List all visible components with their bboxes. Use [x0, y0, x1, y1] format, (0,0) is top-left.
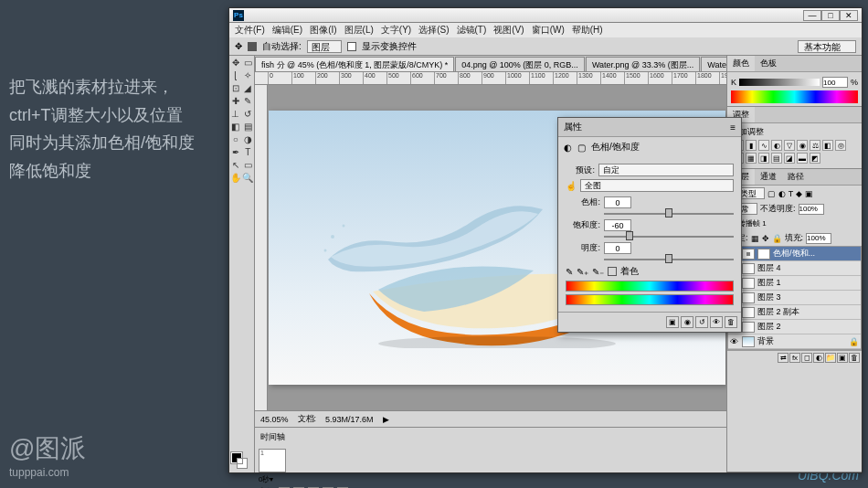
menu-filter[interactable]: 滤镜(T) — [457, 24, 487, 37]
tab-04png[interactable]: 04.png @ 100% (图层 0, RGB... — [455, 57, 585, 71]
menu-image[interactable]: 图像(I) — [310, 24, 336, 37]
lightness-slider[interactable] — [604, 259, 734, 260]
layer-3[interactable]: 👁图层 3 — [728, 291, 861, 305]
filter-type-icon[interactable]: T — [789, 189, 794, 198]
adj-exposure-icon[interactable]: ◐ — [771, 140, 782, 151]
mask-mode-icon[interactable]: ▢ — [577, 143, 586, 153]
adj-lookup-icon[interactable]: ▦ — [746, 153, 757, 164]
layer-fx-icon[interactable]: fx — [789, 353, 800, 363]
eraser-tool[interactable]: ◧ — [229, 120, 242, 133]
filter-smart-icon[interactable]: ▣ — [805, 189, 813, 198]
adj-levels-icon[interactable]: ▮ — [746, 140, 757, 151]
fill-input[interactable] — [806, 233, 831, 244]
hue-slider[interactable] — [604, 213, 734, 215]
visibility-icon[interactable]: 👁 — [730, 337, 739, 346]
lasso-tool[interactable]: ɭ — [229, 69, 242, 81]
menu-type[interactable]: 文字(Y) — [381, 24, 411, 37]
properties-panel[interactable]: 属性 ≡ ◐ ▢ 色相/饱和度 预设: 自定 ☝ 全图 色相: 饱和度: 明度: — [557, 117, 742, 333]
menu-view[interactable]: 视图(V) — [493, 24, 524, 37]
layer-background[interactable]: 👁背景🔒 — [728, 334, 861, 349]
prev-state-icon[interactable]: ◉ — [681, 316, 693, 328]
tab-channels[interactable]: 通道 — [755, 169, 782, 185]
lock-position-icon[interactable]: ✥ — [762, 234, 769, 243]
range-select[interactable]: 全图 — [580, 179, 734, 192]
adj-photo-icon[interactable]: ◎ — [835, 140, 846, 151]
minimize-button[interactable]: — — [803, 10, 821, 21]
frame-duration[interactable]: 0秒▾ — [259, 474, 723, 484]
adj-gradmap-icon[interactable]: ▬ — [797, 153, 808, 164]
clip-to-layer-icon[interactable]: ▣ — [666, 316, 679, 328]
filter-adj-icon[interactable]: ◐ — [778, 189, 786, 198]
menu-select[interactable]: 选择(S) — [418, 24, 449, 37]
lock-pixels-icon[interactable]: ▦ — [751, 234, 759, 243]
tab-color[interactable]: 颜色 — [727, 56, 755, 71]
zoom-level[interactable]: 45.05% — [260, 415, 289, 424]
color-swatches[interactable] — [229, 449, 254, 472]
saturation-input[interactable] — [604, 219, 631, 231]
preset-select[interactable]: 自定 — [598, 164, 734, 176]
menu-window[interactable]: 窗口(W) — [532, 24, 565, 37]
pen-tool[interactable]: ✒ — [229, 145, 242, 158]
adj-hue-icon[interactable]: ◉ — [797, 140, 808, 151]
properties-tab[interactable]: 属性 — [564, 121, 582, 133]
showcontrols-checkbox[interactable] — [347, 42, 356, 51]
eyedropper-plus-icon[interactable]: ✎₊ — [577, 267, 588, 277]
hue-input[interactable] — [604, 196, 631, 208]
wand-tool[interactable]: ✧ — [242, 69, 255, 81]
panel-menu-icon[interactable]: ≡ — [730, 122, 736, 133]
tab-water[interactable]: Water.png @ 33.3% (图层... — [586, 57, 700, 71]
reset-icon[interactable]: ↺ — [695, 316, 708, 328]
lightness-input[interactable] — [604, 242, 631, 254]
history-brush-tool[interactable]: ↺ — [242, 107, 255, 120]
menu-help[interactable]: 帮助(H) — [572, 24, 603, 37]
stamp-tool[interactable]: ⊥ — [229, 107, 242, 120]
new-adjust-icon[interactable]: ◐ — [813, 353, 824, 363]
zoom-tool[interactable]: 🔍 — [242, 171, 255, 184]
close-button[interactable]: ✕ — [840, 10, 858, 21]
menu-layer[interactable]: 图层(L) — [344, 24, 374, 37]
eyedropper-minus-icon[interactable]: ✎₋ — [592, 267, 604, 277]
lock-all-icon[interactable]: 🔒 — [772, 234, 782, 243]
opacity-input[interactable] — [799, 204, 824, 215]
hand-tool[interactable]: ✋ — [229, 171, 242, 184]
tab-paths[interactable]: 路径 — [782, 169, 810, 185]
targeted-adjust-icon[interactable]: ☝ — [566, 181, 577, 191]
layer-2[interactable]: 👁图层 2 — [728, 320, 861, 334]
heal-tool[interactable]: ✚ — [229, 94, 242, 107]
layer-1[interactable]: 👁图层 1 — [728, 276, 861, 291]
adj-bw-icon[interactable]: ◧ — [822, 140, 833, 151]
tab-fish[interactable]: fish 分 @ 45% (色相/饱和度 1, 图层蒙版/8/CMYK) * — [255, 57, 454, 71]
filter-img-icon[interactable]: ▢ — [767, 189, 776, 198]
delete-layer-icon[interactable]: 🗑 — [849, 353, 860, 363]
k-slider[interactable] — [739, 79, 820, 86]
adj-poster-icon[interactable]: ▤ — [771, 153, 782, 164]
layer-4[interactable]: 👁图层 4 — [728, 261, 861, 276]
tab-swatches[interactable]: 色板 — [755, 56, 782, 71]
gradient-tool[interactable]: ▤ — [242, 120, 255, 133]
tab-splash[interactable]: Water Splash.png @ 50% (图... — [701, 57, 726, 71]
path-tool[interactable]: ↖ — [229, 158, 242, 171]
menu-edit[interactable]: 编辑(E) — [272, 24, 302, 37]
crop-tool[interactable]: ⊡ — [229, 81, 242, 94]
shape-tool[interactable]: ▭ — [242, 158, 255, 171]
saturation-slider[interactable] — [604, 236, 734, 238]
layer-2-copy[interactable]: 👁图层 2 副本 — [728, 305, 861, 320]
new-group-icon[interactable]: 📁 — [825, 353, 836, 363]
link-layers-icon[interactable]: ⇄ — [778, 353, 789, 363]
eyedropper-tool[interactable]: ◢ — [242, 81, 255, 94]
marquee-tool[interactable]: ▭ — [242, 56, 255, 69]
brush-tool[interactable]: ✎ — [242, 94, 255, 107]
timeline-frame-1[interactable] — [259, 449, 286, 472]
colorize-checkbox[interactable] — [608, 267, 617, 276]
k-value-input[interactable] — [822, 77, 848, 88]
menu-file[interactable]: 文件(F) — [235, 24, 265, 37]
adj-colorbal-icon[interactable]: ⚖ — [810, 140, 820, 151]
status-arrow-icon[interactable]: ▶ — [383, 415, 389, 424]
adj-vibrance-icon[interactable]: ▽ — [784, 140, 795, 151]
adj-thresh-icon[interactable]: ◪ — [784, 153, 795, 164]
new-layer-icon[interactable]: ▣ — [837, 353, 848, 363]
adj-curves-icon[interactable]: ∿ — [758, 140, 769, 151]
adj-invert-icon[interactable]: ◨ — [758, 153, 769, 164]
delete-adjust-icon[interactable]: 🗑 — [725, 316, 737, 328]
adj-selective-icon[interactable]: ◩ — [810, 153, 820, 164]
